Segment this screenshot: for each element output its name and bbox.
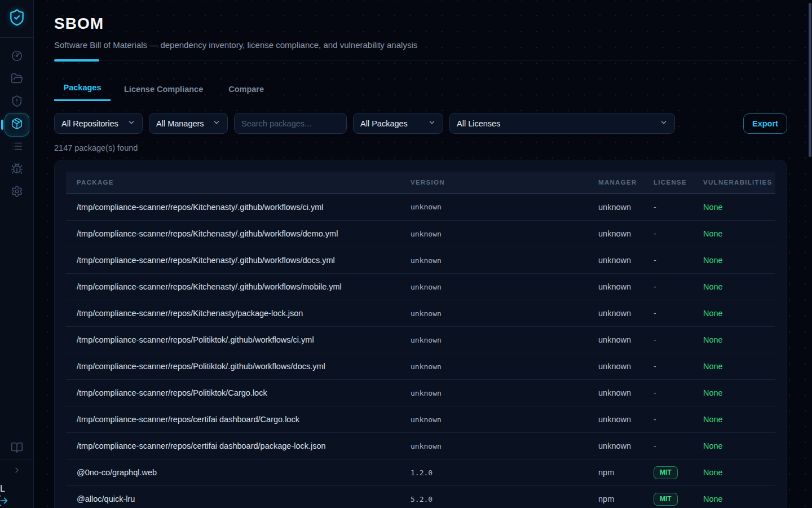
- vulnerabilities-cell: None: [703, 203, 776, 212]
- packages-table-card: PACKAGE VERSION MANAGER LICENSE VULNERAB…: [54, 160, 787, 508]
- license-cell: MIT: [654, 493, 678, 506]
- license-cell: -: [654, 203, 703, 212]
- table-row: /tmp/compliance-scanner/repos/Politiktok…: [66, 379, 775, 406]
- app-logo[interactable]: [0, 0, 33, 38]
- table-row: /tmp/compliance-scanner/repos/Kitchenast…: [66, 194, 775, 220]
- license-cell: -: [654, 256, 703, 265]
- sidebar-bottom: L: [0, 439, 33, 508]
- version-cell: unknown: [411, 389, 598, 397]
- package-path-cell: /tmp/compliance-scanner/repos/certifai d…: [77, 415, 411, 424]
- license-cell: -: [654, 441, 703, 450]
- sidebar-item-docs[interactable]: [0, 439, 33, 459]
- license-cell: -: [654, 309, 703, 318]
- bug-icon: [11, 163, 23, 177]
- tab-license-compliance[interactable]: License Compliance: [124, 85, 203, 101]
- chevron-down-icon: [428, 119, 436, 128]
- repository-select[interactable]: All Repositories: [54, 113, 143, 134]
- tab-packages[interactable]: Packages: [54, 83, 111, 101]
- package-path-cell: /tmp/compliance-scanner/repos/certifai d…: [77, 441, 411, 450]
- table-row: /tmp/compliance-scanner/repos/Politiktok…: [66, 353, 775, 379]
- tab-bar: Packages License Compliance Compare: [54, 83, 787, 101]
- chevron-down-icon: [127, 119, 135, 128]
- column-header-version: VERSION: [411, 179, 598, 186]
- column-header-package: PACKAGE: [77, 179, 411, 186]
- tab-compare[interactable]: Compare: [228, 85, 264, 101]
- logout-button[interactable]: [0, 494, 33, 508]
- table-row: /tmp/compliance-scanner/repos/Kitchenast…: [66, 300, 775, 326]
- version-cell: unknown: [411, 283, 598, 291]
- package-path-cell: /tmp/compliance-scanner/repos/Kitchenast…: [77, 309, 411, 318]
- book-icon: [11, 441, 23, 456]
- chevron-right-icon: [12, 466, 21, 477]
- manager-cell: unknown: [598, 362, 654, 371]
- sidebar-item-sbom[interactable]: [0, 113, 34, 136]
- version-cell: unknown: [411, 309, 598, 318]
- package-path-cell: /tmp/compliance-scanner/repos/Kitchenast…: [77, 282, 411, 291]
- sidebar-item-compliance[interactable]: [0, 91, 34, 113]
- manager-cell: unknown: [598, 415, 654, 424]
- vulnerabilities-cell: None: [703, 388, 776, 397]
- sidebar-item-settings[interactable]: [0, 181, 34, 204]
- package-type-select[interactable]: All Packages: [353, 113, 443, 134]
- search-input[interactable]: [234, 113, 347, 134]
- manager-cell: unknown: [598, 335, 654, 344]
- gauge-icon: [11, 50, 23, 64]
- package-path-cell: /tmp/compliance-scanner/repos/Politiktok…: [77, 388, 411, 397]
- main-content: SBOM Software Bill of Materials — depend…: [34, 0, 812, 508]
- version-cell: 1.2.0: [411, 468, 598, 477]
- table-row: /tmp/compliance-scanner/repos/certifai d…: [66, 432, 775, 459]
- vertical-scrollbar-thumb[interactable]: [809, 3, 811, 157]
- manager-cell: unknown: [598, 388, 654, 397]
- package-path-cell: @0no-co/graphql.web: [77, 468, 411, 477]
- vulnerabilities-cell: None: [703, 229, 776, 238]
- sidebar: L: [0, 0, 34, 508]
- sidebar-item-inventory[interactable]: [0, 136, 34, 159]
- table-header-row: PACKAGE VERSION MANAGER LICENSE VULNERAB…: [66, 172, 775, 194]
- clipped-footer-label: L: [0, 483, 33, 494]
- version-cell: unknown: [411, 442, 598, 450]
- table-row: /tmp/compliance-scanner/repos/Politiktok…: [66, 326, 775, 353]
- results-count: 2147 package(s) found: [54, 143, 787, 152]
- table-row: /tmp/compliance-scanner/repos/Kitchenast…: [66, 220, 775, 247]
- vulnerabilities-cell: None: [703, 415, 776, 424]
- table-body: /tmp/compliance-scanner/repos/Kitchenast…: [66, 194, 775, 508]
- app-root: L SBOM Software Bill of Materials — depe…: [0, 0, 812, 508]
- manager-select-value: All Managers: [156, 119, 204, 128]
- license-cell: -: [654, 229, 703, 238]
- header-divider: [54, 59, 796, 62]
- license-cell: -: [654, 415, 703, 424]
- manager-cell: unknown: [598, 309, 654, 318]
- package-path-cell: /tmp/compliance-scanner/repos/Kitchenast…: [77, 229, 411, 238]
- gear-icon: [11, 185, 23, 200]
- chevron-down-icon: [213, 119, 220, 128]
- sidebar-item-vulnerabilities[interactable]: [0, 159, 34, 181]
- export-button[interactable]: Export: [743, 113, 787, 134]
- column-header-manager: MANAGER: [598, 179, 654, 186]
- column-header-license: LICENSE: [654, 179, 703, 186]
- table-row: /tmp/compliance-scanner/repos/certifai d…: [66, 406, 775, 432]
- header-divider-line: [54, 60, 796, 60]
- list-icon: [11, 140, 23, 155]
- license-cell: MIT: [654, 466, 678, 479]
- manager-cell: unknown: [598, 256, 654, 265]
- manager-select[interactable]: All Managers: [149, 113, 228, 134]
- column-header-vulnerabilities: VULNERABILITIES: [703, 179, 776, 186]
- package-type-select-value: All Packages: [360, 119, 408, 128]
- manager-cell: unknown: [598, 282, 654, 291]
- vulnerabilities-cell: None: [703, 309, 776, 318]
- sidebar-item-dashboard[interactable]: [0, 46, 34, 68]
- sidebar-item-repositories[interactable]: [0, 68, 34, 91]
- package-path-cell: /tmp/compliance-scanner/repos/Kitchenast…: [77, 256, 411, 265]
- shield-check-icon: [8, 8, 26, 29]
- vulnerabilities-cell: None: [703, 468, 776, 477]
- repository-select-value: All Repositories: [61, 119, 118, 128]
- sidebar-expand-button[interactable]: [0, 459, 33, 483]
- license-cell: -: [654, 388, 703, 397]
- license-cell: -: [654, 282, 703, 291]
- vulnerabilities-cell: None: [703, 441, 776, 450]
- vulnerabilities-cell: None: [703, 362, 776, 371]
- version-cell: unknown: [411, 256, 598, 265]
- chevron-down-icon: [660, 119, 668, 128]
- license-select[interactable]: All Licenses: [449, 113, 675, 134]
- version-cell: unknown: [411, 203, 598, 211]
